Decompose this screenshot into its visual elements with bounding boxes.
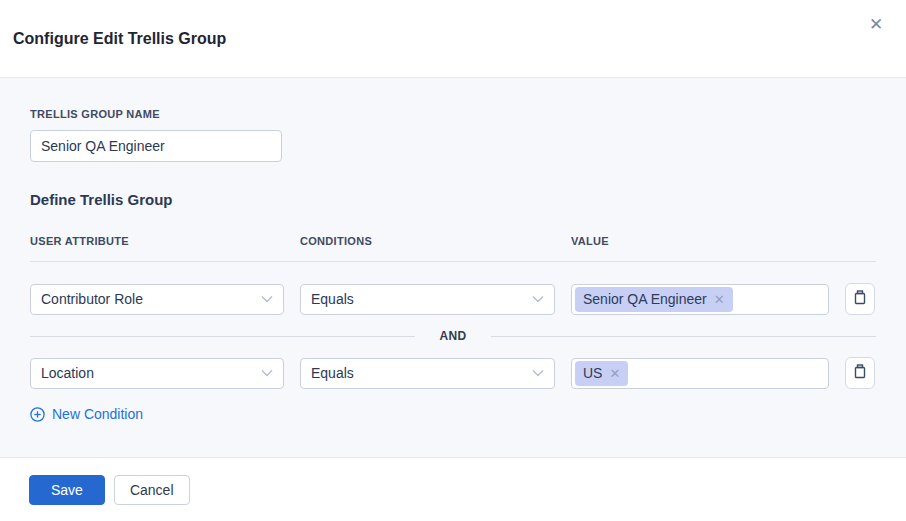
modal-title: Configure Edit Trellis Group (13, 30, 226, 48)
close-icon: ✕ (869, 13, 883, 37)
chevron-down-icon (532, 369, 544, 377)
new-condition-button[interactable]: New Condition (30, 406, 143, 422)
cancel-button[interactable]: Cancel (114, 475, 190, 505)
value-input-row2[interactable]: US ✕ (571, 358, 829, 389)
value-input-row1[interactable]: Senior QA Engineer ✕ (571, 284, 829, 315)
separator-line-right (491, 336, 876, 337)
plus-circle-icon (30, 407, 45, 422)
new-condition-label: New Condition (52, 406, 143, 422)
configure-trellis-group-modal: Configure Edit Trellis Group ✕ TRELLIS G… (0, 0, 906, 521)
separator-line-left (30, 336, 415, 337)
chevron-down-icon (532, 295, 544, 303)
tag-remove-icon[interactable]: ✕ (714, 293, 725, 306)
conditions-column-header: CONDITIONS (300, 235, 555, 247)
trash-icon (852, 363, 868, 383)
and-separator: AND (30, 327, 876, 345)
modal-header: Configure Edit Trellis Group ✕ (0, 0, 906, 78)
condition-row-2: Location Equals US ✕ (30, 357, 876, 389)
user-attribute-value: Location (41, 365, 94, 381)
modal-footer: Save Cancel (0, 457, 906, 521)
delete-condition-button-row2[interactable] (845, 357, 875, 389)
define-trellis-group-heading: Define Trellis Group (30, 191, 876, 208)
condition-select-row2[interactable]: Equals (300, 358, 555, 389)
user-attribute-select-row2[interactable]: Location (30, 358, 284, 389)
condition-value: Equals (311, 291, 354, 307)
condition-value: Equals (311, 365, 354, 381)
chevron-down-icon (261, 369, 273, 377)
user-attribute-select-row1[interactable]: Contributor Role (30, 284, 284, 315)
and-label: AND (415, 329, 490, 343)
condition-row-1: Contributor Role Equals Senior QA Engine… (30, 283, 876, 315)
trellis-group-name-label: TRELLIS GROUP NAME (30, 108, 876, 120)
trellis-group-name-input[interactable] (30, 130, 282, 162)
value-tag: US ✕ (575, 361, 628, 386)
save-button[interactable]: Save (29, 475, 105, 505)
modal-body: TRELLIS GROUP NAME Define Trellis Group … (0, 78, 906, 457)
value-tag-label: Senior QA Engineer (583, 291, 707, 307)
condition-select-row1[interactable]: Equals (300, 284, 555, 315)
header-divider (30, 261, 876, 262)
delete-condition-button-row1[interactable] (845, 283, 875, 315)
value-tag: Senior QA Engineer ✕ (575, 287, 733, 312)
value-tag-label: US (583, 365, 602, 381)
user-attribute-column-header: USER ATTRIBUTE (30, 235, 284, 247)
tag-remove-icon[interactable]: ✕ (609, 367, 620, 380)
chevron-down-icon (261, 295, 273, 303)
user-attribute-value: Contributor Role (41, 291, 143, 307)
condition-column-headers: USER ATTRIBUTE CONDITIONS VALUE (30, 235, 876, 247)
trash-icon (852, 289, 868, 309)
close-button[interactable]: ✕ (864, 13, 888, 37)
value-column-header: VALUE (571, 235, 829, 247)
